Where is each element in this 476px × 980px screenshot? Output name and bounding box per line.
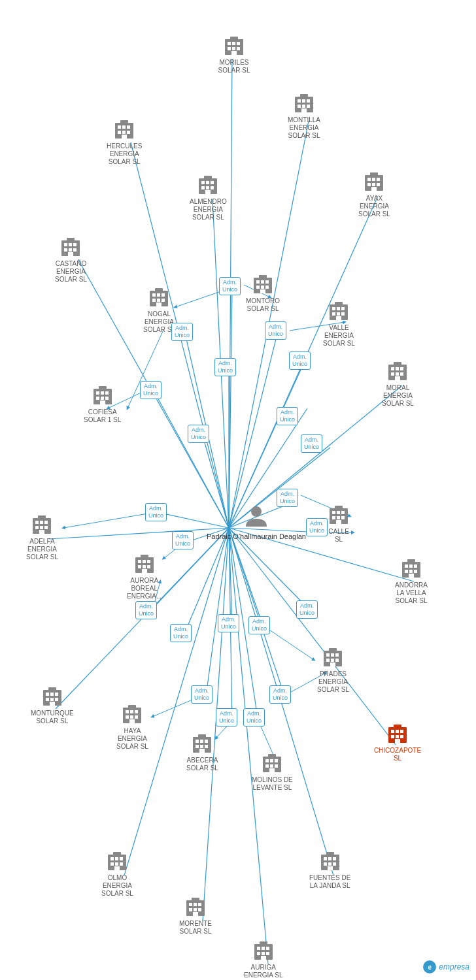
company-prades-label: PRADESENERGIASOLAR SL (317, 670, 349, 694)
company-chicozapote[interactable]: CHICOZAPOTE SL (371, 722, 424, 762)
company-calle-label: CALLESL (328, 528, 349, 544)
company-abecera[interactable]: ABECERASOLAR SL (186, 732, 218, 772)
company-cofiesa[interactable]: COFIESASOLAR 1 SL (84, 384, 121, 424)
company-almendro-label: ALMENDROENERGIASOLAR SL (190, 198, 227, 221)
adm-badge-4[interactable]: Adm.Unico (214, 358, 236, 376)
company-hercules[interactable]: HERCULESENERGIASOLAR SL (107, 118, 142, 166)
svg-rect-228 (265, 764, 269, 768)
svg-rect-173 (414, 564, 417, 568)
svg-rect-229 (270, 764, 273, 768)
adm-badge-17[interactable]: Adm.Unico (248, 616, 270, 634)
adm-badge-18[interactable]: Adm.Unico (296, 600, 318, 619)
adm-badge-13[interactable]: Adm.Unico (172, 531, 194, 549)
company-montilla[interactable]: MONTILLAENERGIASOLAR SL (288, 91, 320, 140)
company-monturque[interactable]: MONTURQUESOLAR SL (31, 685, 74, 725)
company-cofiesa-label: COFIESASOLAR 1 SL (84, 408, 121, 424)
company-valle-label: VALLEENERGIASOLAR SL (323, 324, 355, 348)
company-auriga[interactable]: AURIGAENERGIA SL (244, 939, 282, 979)
company-morente[interactable]: MORENTESOLAR SL (179, 895, 212, 936)
company-hercules-label: HERCULESENERGIASOLAR SL (107, 142, 142, 166)
svg-rect-79 (120, 120, 128, 124)
company-adelfa-label: ADELFAENERGIASOLAR SL (26, 538, 58, 561)
svg-rect-174 (405, 570, 408, 573)
adm-badge-14[interactable]: Adm.Unico (135, 601, 157, 619)
svg-line-30 (229, 528, 232, 624)
svg-rect-123 (260, 289, 265, 293)
company-haya[interactable]: HAYAENERGIASOLAR SL (116, 702, 148, 751)
svg-rect-114 (156, 302, 162, 306)
svg-rect-164 (341, 511, 345, 514)
adm-badge-7[interactable]: Adm.Unico (277, 407, 298, 425)
company-ayax[interactable]: AYAXENERGIASOLAR SL (358, 170, 390, 218)
adm-badge-1[interactable]: Adm.Unico (219, 277, 241, 295)
svg-rect-59 (237, 47, 240, 50)
adm-badge-12[interactable]: Adm.Unico (145, 503, 167, 521)
svg-rect-132 (336, 316, 341, 320)
svg-rect-244 (115, 857, 118, 860)
svg-rect-54 (228, 42, 231, 45)
adm-badge-19[interactable]: Adm.Unico (191, 685, 212, 704)
svg-rect-198 (46, 693, 49, 696)
svg-rect-193 (331, 659, 334, 662)
svg-rect-70 (300, 94, 308, 98)
adm-badge-20[interactable]: Adm.Unico (216, 708, 237, 727)
svg-rect-189 (326, 653, 330, 657)
svg-rect-204 (50, 702, 55, 706)
svg-rect-120 (256, 286, 260, 289)
company-valle[interactable]: VALLEENERGIASOLAR SL (323, 299, 355, 348)
svg-rect-127 (337, 307, 340, 310)
company-castano[interactable]: CASTAÑOENERGIASOLAR SL (55, 235, 87, 284)
adm-badge-5[interactable]: Adm.Unico (265, 321, 286, 340)
company-prades[interactable]: PRADESENERGIASOLAR SL (317, 645, 349, 694)
company-fuentes[interactable]: FUENTES DELA JANDA SL (309, 849, 350, 890)
svg-rect-139 (396, 372, 399, 376)
svg-rect-223 (198, 734, 206, 738)
adm-badge-22[interactable]: Adm.Unico (269, 685, 291, 704)
svg-rect-246 (110, 862, 114, 866)
company-nogal[interactable]: NOGALENERGIASOLAR SL (143, 286, 175, 334)
company-olmo[interactable]: OLMOENERGIASOLAR SL (101, 849, 133, 898)
svg-point-52 (251, 506, 262, 517)
adm-badge-8[interactable]: Adm.Unico (301, 434, 322, 453)
svg-rect-110 (162, 293, 165, 297)
adm-badge-16[interactable]: Adm.Unico (218, 614, 239, 632)
svg-rect-258 (193, 912, 198, 916)
center-person[interactable]: Padraic O'hallmaurain Deaglan (207, 503, 306, 542)
svg-rect-249 (114, 866, 120, 870)
company-montoro[interactable]: MONTOROSOLAR SL (246, 272, 280, 313)
company-almendro[interactable]: ALMENDROENERGIASOLAR SL (190, 173, 227, 221)
adm-badge-11[interactable]: Adm.Unico (306, 518, 328, 536)
adm-badge-6[interactable]: Adm.Unico (289, 351, 311, 370)
svg-rect-226 (270, 759, 273, 762)
adm-badge-21[interactable]: Adm.Unico (243, 708, 265, 727)
svg-rect-69 (301, 108, 307, 112)
company-andorra[interactable]: ANDORRALA VELLASOLAR SL (395, 557, 428, 605)
company-moriles-label: MORILES SOLAR SL (208, 59, 260, 74)
svg-rect-63 (298, 99, 301, 103)
svg-rect-201 (46, 698, 49, 701)
svg-rect-57 (228, 47, 231, 50)
company-adelfa[interactable]: ADELFAENERGIASOLAR SL (26, 513, 58, 561)
svg-rect-270 (257, 947, 260, 950)
svg-rect-172 (409, 564, 413, 568)
company-molinos[interactable]: MOLINOS DELEVANTE SL (252, 751, 293, 792)
adm-badge-9[interactable]: Adm.Unico (188, 425, 209, 443)
svg-rect-230 (275, 764, 278, 768)
adm-badge-2[interactable]: Adm.Unico (171, 323, 193, 341)
svg-rect-99 (64, 243, 67, 246)
svg-rect-276 (261, 956, 266, 960)
company-aurora[interactable]: AURORABOREALENERGIA... (127, 552, 162, 600)
company-moriles[interactable]: MORILES SOLAR SL (208, 34, 260, 74)
svg-rect-202 (50, 698, 54, 701)
adm-badge-15[interactable]: Adm.Unico (170, 624, 192, 642)
adm-badge-10[interactable]: Adm.Unico (277, 489, 298, 507)
svg-rect-207 (126, 710, 129, 713)
company-calle[interactable]: CALLESL (327, 503, 350, 544)
svg-rect-209 (135, 710, 138, 713)
svg-rect-199 (50, 693, 54, 696)
svg-rect-118 (261, 280, 264, 284)
svg-rect-166 (337, 516, 340, 519)
adm-badge-3[interactable]: Adm.Unico (140, 381, 162, 399)
svg-rect-180 (138, 560, 141, 563)
company-moral[interactable]: MORALENERGIASOLAR SL (382, 359, 414, 408)
